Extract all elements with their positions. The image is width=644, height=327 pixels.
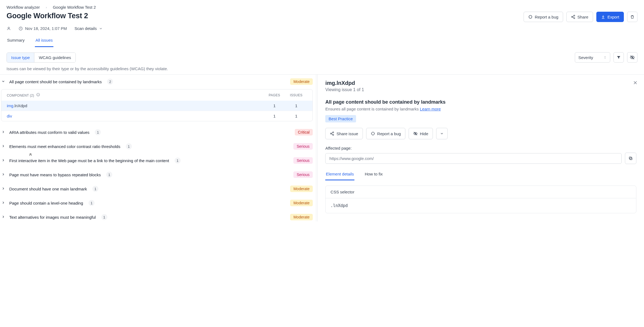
- best-practice-tag: Best Practice: [325, 115, 356, 122]
- share-button[interactable]: Share: [566, 12, 593, 22]
- share-icon: [571, 15, 575, 19]
- seg-issue-type[interactable]: Issue type: [7, 53, 34, 62]
- issue-title: ARIA attributes must conform to valid va…: [9, 130, 89, 135]
- issue-count-pill: 1: [126, 143, 132, 149]
- share-issue-label: Share issue: [336, 131, 358, 136]
- component-header-pages: PAGES: [263, 93, 285, 97]
- learn-more-link[interactable]: Learn more: [420, 107, 441, 111]
- panel-title: img.lnXdpd: [325, 80, 636, 86]
- owner-meta: [7, 26, 11, 31]
- chevron-right-icon: [1, 172, 5, 177]
- eye-off-icon: [630, 55, 635, 60]
- issue-row[interactable]: Page must have means to bypass repeated …: [0, 168, 314, 182]
- issue-title: Page must have means to bypass repeated …: [9, 172, 101, 177]
- issue-row[interactable]: Page should contain a level-one heading …: [0, 196, 314, 210]
- issue-title: First interactive item in the Web page m…: [9, 158, 169, 163]
- svg-point-11: [371, 132, 374, 135]
- filter-button[interactable]: [613, 52, 624, 63]
- severity-select[interactable]: Severity: [575, 52, 610, 63]
- header-actions: Report a bug Share Export: [524, 12, 637, 22]
- severity-label: Severity: [578, 55, 593, 60]
- component-header-issues: ISSUES: [285, 93, 307, 97]
- issue-count-pill: 1: [175, 158, 181, 164]
- issue-count-pill: 1: [106, 172, 112, 178]
- delete-button[interactable]: [627, 12, 637, 22]
- trash-icon: [630, 15, 634, 19]
- share-issue-button[interactable]: Share issue: [325, 128, 363, 139]
- copy-icon: [628, 156, 633, 161]
- issue-count-pill: 1: [101, 214, 107, 220]
- meta-row: Nov 18, 2024, 1:07 PM Scan details: [7, 26, 637, 31]
- component-issues: 1: [285, 114, 307, 118]
- page-title: Google Workflow Test 2: [7, 12, 88, 20]
- issue-row[interactable]: Document should have one main landmark 1…: [0, 182, 314, 196]
- report-bug-button[interactable]: Report a bug: [524, 12, 563, 22]
- grouping-segmented-control: Issue type WCAG guidelines: [7, 53, 76, 63]
- component-table: COMPONENT (2) PAGES ISSUES img.lnXdpd 1 …: [1, 89, 313, 121]
- sort-icon: [603, 56, 607, 59]
- report-bug-label-panel: Report a bug: [377, 131, 401, 136]
- component-issues: 1: [285, 103, 307, 108]
- filter-icon: [616, 55, 621, 60]
- component-pages: 1: [263, 114, 285, 118]
- component-row[interactable]: div 1 1: [1, 111, 312, 121]
- severity-badge: Moderate: [290, 186, 313, 192]
- chevron-right-icon: [1, 201, 5, 205]
- scan-details-link[interactable]: Scan details: [74, 26, 103, 31]
- issue-title: Elements must meet enhanced color contra…: [9, 144, 120, 149]
- user-icon: [7, 26, 11, 31]
- issue-row[interactable]: Elements must meet enhanced color contra…: [0, 139, 314, 153]
- pane-divider[interactable]: [315, 75, 318, 221]
- issue-count-pill: 1: [89, 200, 95, 206]
- chevron-right-icon: [1, 144, 5, 149]
- breadcrumb-current: Google Workflow Test 2: [53, 5, 96, 10]
- chevron-right-icon: [1, 130, 5, 135]
- copy-url-button[interactable]: [625, 153, 636, 164]
- component-row[interactable]: img.lnXdpd 1 1: [1, 101, 312, 111]
- tab-summary[interactable]: Summary: [7, 36, 25, 47]
- hide-button[interactable]: Hide: [409, 128, 433, 139]
- svg-point-1: [574, 15, 575, 16]
- severity-badge: Serious: [293, 143, 313, 150]
- issue-row[interactable]: All page content should be contained by …: [0, 75, 314, 89]
- more-actions-button[interactable]: [436, 128, 448, 139]
- help-text: Issues can be viewed by their type or by…: [7, 66, 637, 71]
- severity-badge: Serious: [293, 171, 313, 178]
- breadcrumb-root[interactable]: Workflow analyzer: [7, 5, 40, 10]
- issue-title: All page content should be contained by …: [9, 79, 102, 84]
- issue-row[interactable]: First interactive item in the Web page m…: [0, 153, 314, 168]
- svg-rect-13: [630, 158, 632, 160]
- report-bug-button-panel[interactable]: Report a bug: [366, 128, 406, 139]
- issue-title: Page should contain a level-one heading: [9, 201, 83, 205]
- chevron-down-icon: [1, 79, 5, 84]
- affected-page-input[interactable]: [325, 153, 622, 164]
- info-icon[interactable]: [36, 93, 40, 97]
- svg-point-4: [8, 27, 9, 28]
- timestamp-meta: Nov 18, 2024, 1:07 PM: [19, 26, 67, 31]
- export-button[interactable]: Export: [596, 12, 624, 22]
- severity-badge: Critical: [295, 129, 313, 135]
- subtab-element-details[interactable]: Element details: [325, 169, 354, 180]
- detail-subtabs: Element details How to fix: [325, 169, 636, 181]
- issue-row[interactable]: ARIA attributes must conform to valid va…: [0, 125, 314, 139]
- seg-wcag-guidelines[interactable]: WCAG guidelines: [34, 53, 75, 62]
- issues-list-pane: All page content should be contained by …: [0, 75, 315, 221]
- css-selector-box: CSS selector .lnXdpd: [325, 186, 636, 213]
- panel-subtitle: Viewing issue 1 of 1: [325, 87, 636, 92]
- close-button[interactable]: [633, 80, 638, 86]
- visibility-button[interactable]: [627, 52, 637, 63]
- bug-icon: [371, 131, 375, 136]
- tab-all-issues[interactable]: All issues: [35, 36, 53, 47]
- bug-icon: [528, 15, 533, 19]
- svg-point-10: [333, 134, 334, 135]
- subtab-how-to-fix[interactable]: How to fix: [364, 169, 383, 180]
- css-selector-value: .lnXdpd: [326, 198, 636, 213]
- issue-row[interactable]: Text alternatives for images must be mea…: [0, 210, 314, 221]
- chevron-down-icon: [440, 132, 444, 135]
- share-label: Share: [578, 15, 588, 19]
- component-tag: div: [7, 114, 12, 118]
- component-tag: img: [7, 103, 13, 108]
- scan-details-label: Scan details: [74, 26, 97, 31]
- severity-badge: Moderate: [290, 200, 313, 206]
- issue-count-pill: 1: [95, 129, 101, 135]
